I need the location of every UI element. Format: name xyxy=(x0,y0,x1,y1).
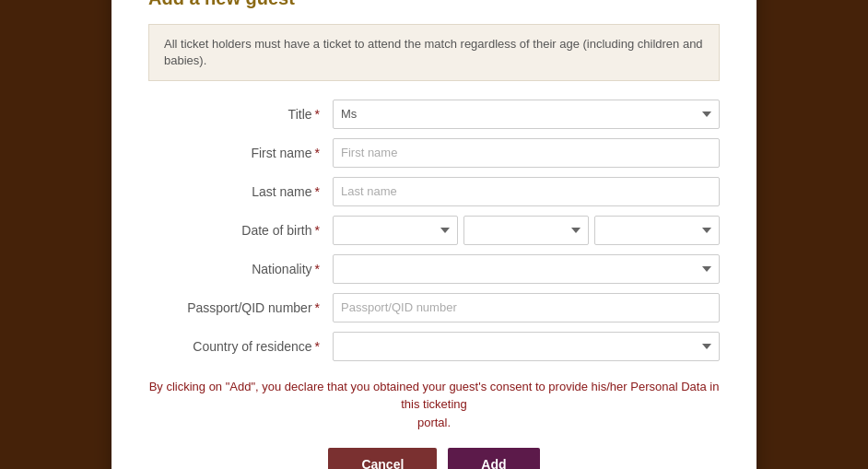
title-select[interactable]: Ms Mr Mrs Dr Prof xyxy=(333,100,720,129)
title-required: * xyxy=(315,107,320,122)
country-select[interactable] xyxy=(333,332,720,361)
dob-day-select[interactable] xyxy=(333,216,458,245)
nationality-row: Nationality* xyxy=(148,254,720,284)
button-row: Cancel Add xyxy=(148,448,720,469)
consent-text: By clicking on "Add", you declare that y… xyxy=(148,378,720,432)
dob-year-select[interactable] xyxy=(594,216,720,245)
firstname-row: First name* xyxy=(148,138,720,168)
modal-overlay: Add a new guest All ticket holders must … xyxy=(0,0,868,469)
dob-selects xyxy=(333,216,720,245)
country-label: Country of residence* xyxy=(148,339,333,354)
nationality-select[interactable] xyxy=(333,254,720,284)
passport-row: Passport/QID number* xyxy=(148,293,720,322)
dob-month-select[interactable] xyxy=(463,216,589,245)
add-guest-modal: Add a new guest All ticket holders must … xyxy=(111,0,757,469)
lastname-label: Last name* xyxy=(148,184,333,199)
passport-label: Passport/QID number* xyxy=(148,300,333,315)
nationality-label: Nationality* xyxy=(148,262,333,276)
firstname-input[interactable] xyxy=(333,138,720,168)
firstname-label: First name* xyxy=(148,146,333,160)
notice-text: All ticket holders must have a ticket to… xyxy=(164,37,703,67)
add-button[interactable]: Add xyxy=(448,448,539,469)
dob-label: Date of birth* xyxy=(148,223,333,238)
lastname-input[interactable] xyxy=(333,177,720,206)
notice-box: All ticket holders must have a ticket to… xyxy=(148,24,720,81)
country-row: Country of residence* xyxy=(148,332,720,361)
dob-row: Date of birth* xyxy=(148,216,720,245)
title-row: Title* Ms Mr Mrs Dr Prof xyxy=(148,100,720,129)
title-label: Title* xyxy=(148,107,333,122)
cancel-button[interactable]: Cancel xyxy=(328,448,437,469)
modal-title: Add a new guest xyxy=(148,0,720,9)
lastname-row: Last name* xyxy=(148,177,720,206)
passport-input[interactable] xyxy=(333,293,720,322)
